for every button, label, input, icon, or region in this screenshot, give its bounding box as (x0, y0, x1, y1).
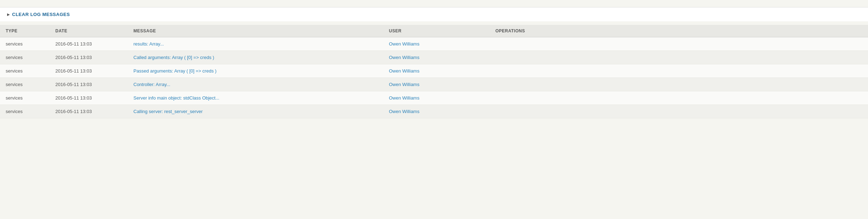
cell-operations (490, 64, 868, 78)
cell-operations (490, 91, 868, 105)
cell-date: 2016-05-11 13:03 (50, 51, 128, 64)
clear-log-header[interactable]: ▶ CLEAR LOG MESSAGES (7, 12, 861, 17)
table-row: services2016-05-11 13:03Passed arguments… (0, 64, 868, 78)
cell-message: results: Array... (128, 37, 383, 51)
cell-date: 2016-05-11 13:03 (50, 78, 128, 91)
cell-type: services (0, 91, 50, 105)
cell-operations (490, 51, 868, 64)
cell-message: Passed arguments: Array ( [0] => creds ) (128, 64, 383, 78)
user-link[interactable]: Owen Williams (389, 68, 419, 74)
message-link[interactable]: results: Array... (133, 41, 164, 47)
clear-log-title: CLEAR LOG MESSAGES (12, 12, 70, 17)
expand-arrow-icon: ▶ (7, 12, 10, 16)
cell-date: 2016-05-11 13:03 (50, 105, 128, 118)
user-link[interactable]: Owen Williams (389, 109, 419, 114)
cell-user: Owen Williams (383, 37, 490, 51)
cell-user: Owen Williams (383, 105, 490, 118)
column-header-message: MESSAGE (128, 25, 383, 37)
cell-operations (490, 78, 868, 91)
message-link[interactable]: Calling server: rest_server_server (133, 109, 203, 114)
message-link[interactable]: Server info main object: stdClass Object… (133, 95, 219, 101)
cell-message: Called arguments: Array ( [0] => creds ) (128, 51, 383, 64)
message-link[interactable]: Controller: Array... (133, 82, 170, 87)
page-container: ▶ CLEAR LOG MESSAGES TYPE DATE MESSAGE U… (0, 0, 868, 219)
column-header-type: TYPE (0, 25, 50, 37)
cell-type: services (0, 105, 50, 118)
table-row: services2016-05-11 13:03Calling server: … (0, 105, 868, 118)
cell-date: 2016-05-11 13:03 (50, 91, 128, 105)
table-row: services2016-05-11 13:03Controller: Arra… (0, 78, 868, 91)
message-link[interactable]: Passed arguments: Array ( [0] => creds ) (133, 68, 216, 74)
cell-operations (490, 37, 868, 51)
cell-user: Owen Williams (383, 91, 490, 105)
user-link[interactable]: Owen Williams (389, 82, 419, 87)
clear-log-section: ▶ CLEAR LOG MESSAGES (0, 7, 868, 21)
table-row: services2016-05-11 13:03Server info main… (0, 91, 868, 105)
cell-date: 2016-05-11 13:03 (50, 37, 128, 51)
cell-message: Server info main object: stdClass Object… (128, 91, 383, 105)
column-header-user: USER (383, 25, 490, 37)
table-row: services2016-05-11 13:03Called arguments… (0, 51, 868, 64)
cell-type: services (0, 78, 50, 91)
cell-user: Owen Williams (383, 64, 490, 78)
user-link[interactable]: Owen Williams (389, 55, 419, 60)
user-link[interactable]: Owen Williams (389, 95, 419, 101)
cell-type: services (0, 51, 50, 64)
cell-user: Owen Williams (383, 78, 490, 91)
cell-message: Controller: Array... (128, 78, 383, 91)
cell-operations (490, 105, 868, 118)
column-header-operations: OPERATIONS (490, 25, 868, 37)
table-row: services2016-05-11 13:03results: Array..… (0, 37, 868, 51)
column-header-date: DATE (50, 25, 128, 37)
cell-message: Calling server: rest_server_server (128, 105, 383, 118)
cell-type: services (0, 37, 50, 51)
cell-user: Owen Williams (383, 51, 490, 64)
cell-type: services (0, 64, 50, 78)
user-link[interactable]: Owen Williams (389, 41, 419, 47)
table-header-row: TYPE DATE MESSAGE USER OPERATIONS (0, 25, 868, 37)
cell-date: 2016-05-11 13:03 (50, 64, 128, 78)
log-table: TYPE DATE MESSAGE USER OPERATIONS servic… (0, 25, 868, 118)
message-link[interactable]: Called arguments: Array ( [0] => creds ) (133, 55, 214, 60)
